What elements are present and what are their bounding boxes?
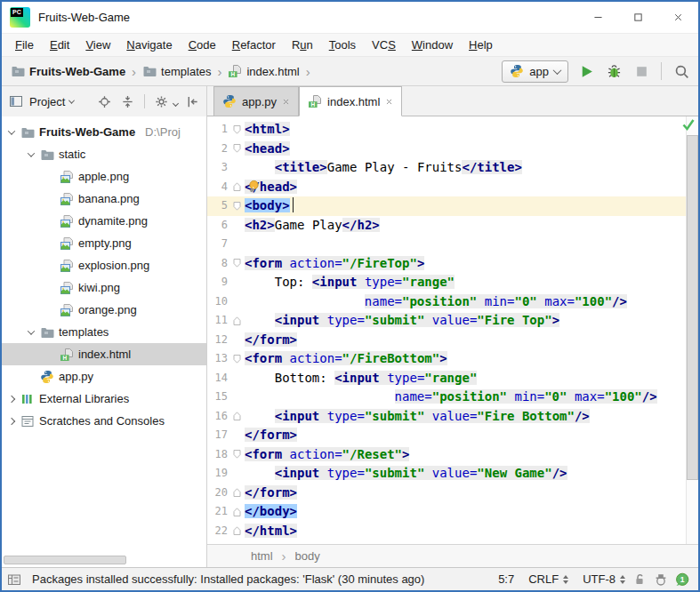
intention-bulb-icon[interactable] [246,180,261,196]
close-tab-icon[interactable] [385,95,393,108]
fold-marker-icon[interactable] [229,502,245,522]
close-tab-icon[interactable] [282,95,290,108]
tab-app-py[interactable]: app.py [213,86,299,116]
run-button[interactable] [576,61,596,81]
code-line-15[interactable]: 15 name="position" min="0" max="100"/> [207,388,698,407]
code-line-1[interactable]: 1<html> [207,120,698,140]
fold-marker-icon[interactable] [229,196,245,216]
fold-marker-icon[interactable] [229,445,245,465]
menu-tools[interactable]: Tools [321,36,364,54]
tree-item-static[interactable]: static [2,143,206,165]
breadcrumb-html[interactable]: html [251,549,273,563]
chevron-down-icon[interactable] [28,327,35,334]
collapse-all-button[interactable] [119,92,136,110]
code-line-2[interactable]: 2<head> [207,140,698,159]
code-line-8[interactable]: 8<form action="/FireTop"> [207,254,698,274]
code-line-13[interactable]: 13<form action="/FireBottom"> [207,349,698,369]
tree-item-app-py[interactable]: app.py [2,365,206,388]
editor-scrollbar-track[interactable] [686,116,698,544]
tree-item-fruits-web-game[interactable]: Fruits-Web-GameD:\Proj [2,121,206,143]
project-tree-hscrollbar[interactable] [4,556,126,564]
fold-marker-icon[interactable] [229,407,245,427]
code-line-14[interactable]: 14 Bottom: <input type="range" [207,369,698,388]
tree-item-kiwi-png[interactable]: kiwi.png [2,276,206,299]
menu-window[interactable]: Window [404,36,461,54]
tree-item-apple-png[interactable]: apple.png [2,165,206,188]
maximize-icon[interactable] [618,2,658,33]
menu-help[interactable]: Help [461,36,501,54]
breadcrumb-item-fruits-web-game[interactable]: Fruits-Web-Game [11,64,125,78]
code-line-9[interactable]: 9 Top: <input type="range" [207,273,698,292]
code-line-7[interactable]: 7 [207,235,698,254]
menu-vcs[interactable]: VCS [364,36,404,54]
run-config-selector[interactable]: app [502,60,568,83]
settings-gear-icon[interactable] [153,92,170,110]
chevron-down-icon[interactable] [68,97,75,103]
debug-button[interactable] [604,61,624,81]
inspection-ok-icon[interactable] [681,117,696,132]
menu-file[interactable]: File [7,36,42,54]
chevron-right-icon[interactable] [8,417,15,424]
code-line-21[interactable]: 21</body> [207,502,698,522]
status-message[interactable]: Packages installed successfully: Install… [32,572,424,586]
editor-scrollbar-thumb[interactable] [687,135,698,480]
minimize-icon[interactable] [578,2,618,33]
menu-view[interactable]: View [77,36,118,54]
notification-badge[interactable]: 1 [675,572,689,587]
breadcrumb-body[interactable]: body [295,549,320,563]
caret-position-widget[interactable]: 5:7 [498,572,514,586]
chevron-down-icon[interactable] [8,127,15,134]
code-line-22[interactable]: 22</html> [207,522,698,541]
fold-marker-icon[interactable] [229,140,245,159]
locate-file-button[interactable] [95,92,112,110]
code-line-11[interactable]: 11 <input type="submit" value="Fire Top"… [207,311,698,331]
inspection-profile-icon[interactable] [654,572,668,587]
search-everywhere-icon[interactable] [672,61,691,81]
code-line-17[interactable]: 17</form> [207,426,698,445]
fold-marker-icon[interactable] [229,254,245,274]
code-line-20[interactable]: 20</form> [207,484,698,503]
code-line-3[interactable]: 3 <title>Game Play - Fruits</title> [207,158,698,178]
code-line-4[interactable]: 4</head> [207,178,698,197]
breadcrumb-item-index-html[interactable]: Hindex.html [228,64,299,78]
menu-edit[interactable]: Edit [42,36,77,54]
code-line-10[interactable]: 10 name="position" min="0" max="100"/> [207,292,698,312]
close-icon[interactable] [658,2,698,33]
tree-item-index-html[interactable]: Hindex.html [2,343,206,365]
chevron-down-icon[interactable] [28,149,35,156]
menu-code[interactable]: Code [181,36,224,54]
tree-item-scratches-and-consoles[interactable]: Scratches and Consoles [2,410,206,432]
tree-item-banana-png[interactable]: banana.png [2,188,206,210]
tree-item-dynamite-png[interactable]: dynamite.png [2,210,206,232]
fold-marker-icon[interactable] [229,311,245,331]
code-editor[interactable]: 1<html>2<head>3 <title>Game Play - Fruit… [207,116,698,544]
fold-marker-icon[interactable] [229,484,245,503]
fold-marker-icon[interactable] [229,178,245,197]
stop-button[interactable] [632,61,651,81]
code-line-6[interactable]: 6<h2>Game Play</h2> [207,216,698,236]
encoding-selector[interactable]: UTF-8 [583,572,625,586]
hide-panel-button[interactable] [184,92,201,110]
unlock-icon[interactable] [632,572,647,587]
tree-item-empty-png[interactable]: empty.png [2,232,206,254]
fold-marker-icon[interactable] [229,522,245,541]
chevron-right-icon[interactable] [8,395,15,402]
tab-index-html[interactable]: Hindex.html [299,86,402,116]
code-line-18[interactable]: 18<form action="/Reset"> [207,445,698,465]
fold-marker-icon[interactable] [229,349,245,369]
tree-item-external-libraries[interactable]: External Libraries [2,388,206,410]
code-line-5[interactable]: 5<body> [207,196,698,216]
menu-navigate[interactable]: Navigate [118,36,180,54]
tree-item-templates[interactable]: templates [2,321,206,343]
project-panel-title[interactable]: Project [29,95,65,108]
tree-item-orange-png[interactable]: orange.png [2,299,206,321]
code-line-16[interactable]: 16 <input type="submit" value="Fire Bott… [207,407,698,427]
code-line-12[interactable]: 12</form> [207,331,698,350]
tree-item-explosion-png[interactable]: explosion.png [2,254,206,276]
line-ending-selector[interactable]: CRLF [528,572,568,586]
code-line-19[interactable]: 19 <input type="submit" value="New Game"… [207,464,698,484]
toolwindow-switcher-icon[interactable] [7,572,21,587]
breadcrumb-item-templates[interactable]: templates [142,64,211,78]
menu-run[interactable]: Run [284,36,321,54]
fold-marker-icon[interactable] [229,120,245,140]
